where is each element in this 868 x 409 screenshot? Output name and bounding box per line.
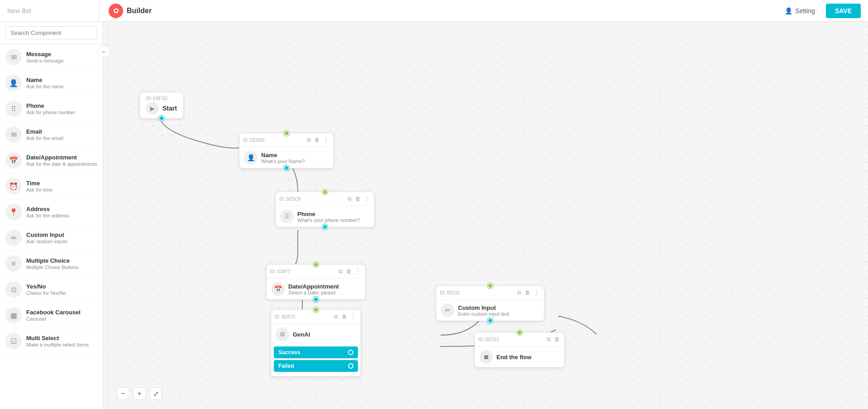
endflow-node: ID: 60CE1 ⧉ 🗑 ⏹ End the flow xyxy=(474,332,565,368)
genai-outputs: Success Failed xyxy=(271,346,361,376)
endflow-node-body: ⏹ End the flow xyxy=(475,346,564,367)
custominput-node-id: ID: 65232 xyxy=(440,290,459,295)
copy-icon[interactable]: ⧉ xyxy=(338,267,343,275)
name-node-subtitle: What's your Name? xyxy=(261,159,329,164)
copy-icon[interactable]: ⧉ xyxy=(306,136,312,144)
component-desc-phone: Ask for phone number xyxy=(26,110,75,115)
collapse-sidebar-button[interactable]: ← xyxy=(98,45,110,58)
sidebar-item-custominput[interactable]: ✏ Custom Input Ask random inputs xyxy=(0,225,103,251)
component-name-address: Address xyxy=(26,206,69,212)
logo-icon: ✿ xyxy=(109,4,123,18)
genai-node-body: ⚙ GenAI xyxy=(271,324,361,345)
component-desc-message: Send a message xyxy=(26,58,64,63)
component-icon-address: 📍 xyxy=(5,204,22,220)
name-node-icon: 👤 xyxy=(244,151,258,164)
sidebar-item-fbcarousel[interactable]: ▦ Facebook Carousel Carousel xyxy=(0,303,103,328)
component-icon-fbcarousel: ▦ xyxy=(5,307,22,323)
component-icon-yesno: ⊙ xyxy=(5,281,22,298)
component-desc-custominput: Ask random inputs xyxy=(26,239,67,244)
save-button[interactable]: SAVE xyxy=(826,4,861,18)
component-desc-email: Ask for the email xyxy=(26,135,63,141)
failed-label: Failed xyxy=(278,363,294,369)
sidebar-item-address[interactable]: 📍 Address Ask for the address xyxy=(0,199,103,225)
sidebar-item-email[interactable]: ✉ Email Ask for the email xyxy=(0,122,103,148)
phone-node-icon: ⠿ xyxy=(280,210,294,223)
component-name-email: Email xyxy=(26,128,63,135)
custominput-node-content: Custom Input Enter custom input text xyxy=(458,304,539,317)
custominput-node-actions: ⧉ 🗑 ⋮ xyxy=(516,289,540,297)
delete-icon[interactable]: 🗑 xyxy=(553,335,561,343)
avatar-icon: 👤 xyxy=(785,7,792,14)
more-icon[interactable]: ⋮ xyxy=(323,136,330,144)
search-box xyxy=(0,22,103,44)
component-name-message: Message xyxy=(26,51,64,58)
component-name-custominput: Custom Input xyxy=(26,231,67,238)
component-icon-multiselect: ☑ xyxy=(5,333,22,349)
phone-node-id: ID: 5EBC9 xyxy=(279,197,300,202)
start-node-body: ▶ Start xyxy=(146,102,177,115)
start-icon: ▶ xyxy=(146,102,159,115)
delete-icon[interactable]: 🗑 xyxy=(341,313,348,321)
search-input[interactable] xyxy=(5,26,97,39)
custominput-node-title: Custom Input xyxy=(458,304,539,311)
bot-name: New Bot xyxy=(0,0,100,21)
component-icon-date: 📅 xyxy=(5,152,22,168)
copy-icon[interactable]: ⧉ xyxy=(516,289,522,297)
zoom-out-button[interactable]: − xyxy=(117,387,129,400)
component-desc-yesno: Choice for Yes/No xyxy=(26,290,66,296)
component-icon-time: ⏰ xyxy=(5,178,22,194)
start-node: ID: FBF3D ▶ Start xyxy=(139,92,184,119)
date-node-content: Date/Appointment Select a Date, please xyxy=(288,283,361,295)
copy-icon[interactable]: ⧉ xyxy=(347,195,353,203)
more-icon[interactable]: ⋮ xyxy=(533,289,540,297)
delete-icon[interactable]: 🗑 xyxy=(354,195,362,203)
delete-icon[interactable]: 🗑 xyxy=(345,267,353,275)
custominput-node: ID: 65232 ⧉ 🗑 ⋮ ✏ Custom Input Enter cus… xyxy=(436,285,544,321)
component-name-fbcarousel: Facebook Carousel xyxy=(26,309,81,316)
custominput-node-subtitle: Enter custom input text xyxy=(458,311,539,317)
sidebar-item-yesno[interactable]: ⊙ Yes/No Choice for Yes/No xyxy=(0,277,103,303)
date-node-subtitle: Select a Date, please xyxy=(288,290,361,295)
more-icon[interactable]: ⋮ xyxy=(363,195,371,203)
component-icon-phone: ⠿ xyxy=(5,101,22,117)
copy-icon[interactable]: ⧉ xyxy=(546,335,552,343)
sidebar: ✉ Message Send a message 👤 Name Ask for … xyxy=(0,22,103,409)
genai-node-icon: ⚙ xyxy=(276,327,289,341)
sidebar-item-name[interactable]: 👤 Name Ask for the name xyxy=(0,70,103,96)
phone-node-subtitle: What's your phone number? xyxy=(297,217,370,223)
fit-screen-button[interactable]: ⤢ xyxy=(149,387,162,400)
component-desc-multiplechoice: Multiple Choice Buttons xyxy=(26,265,79,270)
delete-icon[interactable]: 🗑 xyxy=(524,289,531,297)
zoom-in-button[interactable]: + xyxy=(133,387,146,400)
component-desc-name: Ask for the name xyxy=(26,84,64,89)
setting-label: Setting xyxy=(795,7,815,14)
builder-title: Builder xyxy=(127,7,152,15)
more-icon[interactable]: ⋮ xyxy=(354,267,362,275)
delete-icon[interactable]: 🗑 xyxy=(314,136,321,144)
component-name-time: Time xyxy=(26,180,52,187)
setting-button[interactable]: 👤 Setting xyxy=(779,5,820,17)
genai-failed-output: Failed xyxy=(274,360,358,372)
copy-icon[interactable]: ⧉ xyxy=(333,313,339,321)
phone-node-content: Phone What's your phone number? xyxy=(297,211,370,223)
genai-node-actions: ⧉ 🗑 ⋮ xyxy=(333,313,357,321)
sidebar-item-time[interactable]: ⏰ Time Ask for time xyxy=(0,173,103,199)
custominput-node-icon: ✏ xyxy=(441,303,454,317)
component-icon-name: 👤 xyxy=(5,75,22,91)
sidebar-item-multiplechoice[interactable]: ≡ Multiple Choice Multiple Choice Button… xyxy=(0,251,103,277)
sidebar-item-message[interactable]: ✉ Message Send a message xyxy=(0,44,103,70)
header: New Bot ✿ Builder 👤 Setting SAVE xyxy=(0,0,868,22)
endflow-node-icon: ⏹ xyxy=(479,350,493,364)
sidebar-item-phone[interactable]: ⠿ Phone Ask for phone number xyxy=(0,96,103,122)
phone-node: ID: 5EBC9 ⧉ 🗑 ⋮ ⠿ Phone What's your phon… xyxy=(275,192,375,227)
endflow-node-id: ID: 60CE1 xyxy=(478,337,499,342)
endflow-node-title: End the flow xyxy=(496,354,560,361)
component-icon-email: ✉ xyxy=(5,126,22,143)
more-icon[interactable]: ⋮ xyxy=(350,313,357,321)
start-node-id: ID: FBF3D xyxy=(146,96,177,101)
sidebar-item-date[interactable]: 📅 Date/Appointment Ask for the date & ap… xyxy=(0,148,103,173)
sidebar-item-multiselect[interactable]: ☑ Multi Select Make a multiple select it… xyxy=(0,328,103,354)
success-label: Success xyxy=(278,349,300,356)
name-node: ID: EED09 ⧉ 🗑 ⋮ 👤 Name What's your Name? xyxy=(239,133,334,168)
genai-success-output: Success xyxy=(274,346,358,358)
